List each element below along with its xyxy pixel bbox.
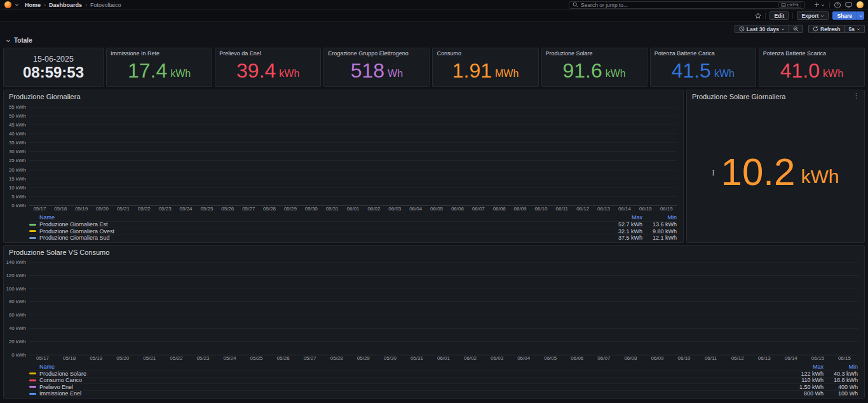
refresh-interval-picker[interactable]: 5s (844, 25, 865, 33)
chart-area: 0 kWh20 kWh40 kWh60 kWh80 kWh100 kWh120 … (8, 259, 858, 355)
divider (765, 13, 766, 19)
bars (29, 259, 858, 355)
x-axis-label: 06/15 (635, 206, 656, 213)
legend-min-header[interactable]: Min (824, 364, 858, 370)
legend-row[interactable]: Prelievo Enel1.50 kWh400 Wh (29, 383, 858, 390)
panel-title[interactable]: Produzione Solare (542, 48, 647, 57)
stat-value: 518 (351, 60, 384, 81)
x-axis-label: 06/01 (430, 355, 457, 362)
chart-body: 0 kWh5 kWh10 kWh15 kWh20 kWh25 kWh30 kWh… (4, 102, 683, 242)
legend-header: Name Max Min (29, 214, 677, 221)
x-axis-label: 05/20 (109, 355, 136, 362)
x-axis-label: 06/06 (564, 355, 590, 362)
nav-actions: ? (814, 1, 864, 8)
row-totale-toggle[interactable]: Totale (0, 33, 868, 45)
legend-row[interactable]: Produzione Giornaliera Sud37.5 kWh12.1 k… (29, 235, 677, 242)
panel-title[interactable]: Erogazione Gruppo Elettrogeno (324, 48, 429, 57)
x-axis: 05/1705/1805/1905/2005/2105/2205/2305/24… (29, 355, 858, 362)
grafana-logo-icon[interactable] (4, 1, 11, 8)
panel-title[interactable]: Prelievo da Enel (215, 48, 320, 57)
panel-produzione-solare-giornaliera: Produzione Solare Giornaliera ⋮ I 10.2 k… (686, 90, 865, 243)
export-button[interactable]: Export (797, 11, 829, 20)
stat-value-wrap: 39.4 kWh (215, 57, 320, 86)
time-range-picker[interactable]: Last 30 days (735, 25, 789, 33)
breadcrumb-dashboards[interactable]: Dashboards (49, 2, 82, 8)
series-color-dash (29, 372, 36, 374)
breadcrumb-home[interactable]: Home (25, 2, 41, 8)
x-axis-label: 05/29 (280, 206, 301, 213)
edit-button[interactable]: Edit (770, 11, 789, 20)
panel-title[interactable]: Consumo (433, 48, 538, 57)
stat-value-wrap: 41.0 kWh (759, 57, 864, 86)
y-axis-tick: 40 kWh (9, 325, 26, 331)
x-axis-label: 05/31 (403, 355, 430, 362)
legend-row[interactable]: Immissione Enel800 Wh100 Wh (29, 390, 858, 397)
breadcrumb-separator: › (85, 2, 87, 8)
user-avatar[interactable] (857, 1, 864, 8)
x-axis-label: 06/07 (468, 206, 489, 213)
chart-area: 0 kWh5 kWh10 kWh15 kWh20 kWh25 kWh30 kWh… (8, 104, 677, 206)
series-max: 37.5 kWh (603, 235, 642, 241)
y-axis-tick: 55 kWh (9, 104, 26, 110)
x-axis-label: 05/22 (133, 206, 154, 213)
panel-title[interactable]: Immissione In Rete (107, 48, 212, 57)
panel-title[interactable]: Produzione Solare Giornaliera (692, 93, 785, 100)
panel-title[interactable]: Produzione Solare VS Consumo (9, 249, 109, 256)
stat-unit: kWh (714, 68, 735, 79)
stats-row: 15-06-2025 08:59:53 Immissione In Rete 1… (3, 48, 865, 87)
share-button[interactable]: Share (832, 11, 857, 20)
y-axis-tick: 30 kWh (9, 149, 26, 154)
x-axis-label: 06/05 (426, 206, 447, 213)
legend-max-header[interactable]: Max (784, 364, 824, 370)
search-input[interactable]: Search or jump to... ctrl+k (569, 1, 805, 9)
x-axis-label: 05/21 (113, 206, 134, 213)
bar-group (381, 259, 557, 355)
panel-potenza-batterie-scarica: Potenza Batterie Scarica 41.0 kWh (759, 48, 865, 87)
stat-value-wrap: 17.4 kWh (107, 57, 212, 86)
legend-name-header[interactable]: Name (29, 214, 603, 221)
panel-consumo: Consumo 1.91 MWh (432, 48, 538, 87)
refresh-button[interactable]: Refresh (808, 25, 844, 33)
bars (29, 104, 677, 206)
mega-menu-chevron-icon[interactable] (15, 3, 19, 7)
series-min: 9.80 kWh (642, 228, 677, 235)
y-axis-tick: 5 kWh (11, 194, 26, 200)
panel-menu-icon[interactable]: ⋮ (853, 92, 860, 99)
x-axis-label: 06/04 (510, 355, 537, 362)
legend-row[interactable]: Produzione Solare122 kWh40.3 kWh (29, 370, 858, 377)
legend-row[interactable]: Produzione Giornaliera Est52.7 kWh13.6 k… (29, 221, 677, 228)
x-axis: 05/1705/1805/1905/2005/2105/2205/2305/24… (29, 206, 677, 213)
share-menu-button[interactable] (857, 11, 864, 20)
legend-row[interactable]: Produzione Giornaliera Ovest32.1 kWh9.80… (29, 228, 677, 235)
series-name: Produzione Giornaliera Est (39, 221, 603, 228)
panel-header: Produzione Giornaliera (4, 90, 683, 102)
x-axis-label: 06/15 (831, 355, 858, 362)
favorite-star-icon[interactable] (755, 13, 761, 19)
time-controls: Last 30 days Refresh 5s (0, 22, 868, 33)
add-menu-button[interactable] (814, 2, 825, 8)
zoom-out-time-button[interactable] (789, 25, 803, 33)
x-axis-label: 05/26 (270, 355, 297, 362)
middle-row: Produzione Giornaliera 0 kWh5 kWh10 kWh1… (3, 90, 865, 243)
legend-row[interactable]: Consumo Carico110 kWh18.8 kWh (29, 377, 858, 384)
x-axis-label: 06/01 (342, 206, 363, 213)
series-name: Immissione Enel (39, 390, 784, 397)
panel-title[interactable]: Potenza Batterie Scarica (759, 48, 864, 57)
x-axis-label: 05/23 (154, 206, 175, 213)
chart-body: 0 kWh20 kWh40 kWh60 kWh80 kWh100 kWh120 … (4, 258, 864, 398)
chevron-down-icon (821, 3, 825, 7)
share-split-button: Share (832, 11, 864, 20)
plot-area (29, 259, 858, 355)
legend-name-header[interactable]: Name (29, 364, 784, 370)
x-axis-label: 05/30 (301, 206, 322, 213)
legend-min-header[interactable]: Min (642, 214, 677, 221)
help-icon[interactable]: ? (834, 2, 841, 8)
panel-title[interactable]: Produzione Giornaliera (9, 93, 81, 100)
breadcrumb: Home › Dashboards › Fotovoltaico (25, 2, 121, 8)
kiosk-mode-icon[interactable] (845, 2, 852, 8)
y-axis: 0 kWh20 kWh40 kWh60 kWh80 kWh100 kWh120 … (8, 259, 29, 355)
panel-title[interactable]: Potenza Batterie Carica (651, 48, 756, 57)
series-name: Produzione Giornaliera Sud (39, 235, 603, 241)
x-axis-label: 06/12 (724, 355, 751, 362)
legend-max-header[interactable]: Max (603, 214, 642, 221)
